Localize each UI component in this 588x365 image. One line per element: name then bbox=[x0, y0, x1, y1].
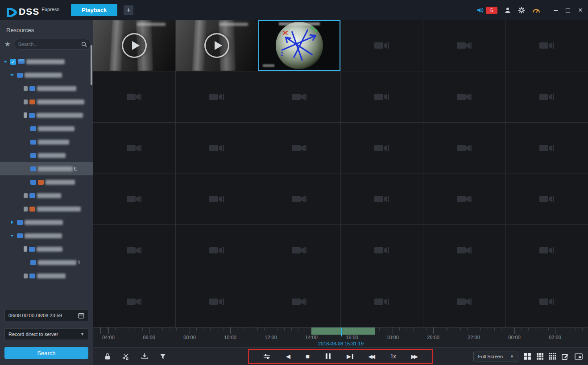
video-cell-empty[interactable] bbox=[341, 123, 423, 174]
custom-layout-button[interactable] bbox=[562, 353, 569, 360]
tree-item[interactable] bbox=[0, 108, 93, 122]
expand-arrow-icon[interactable] bbox=[10, 220, 16, 225]
expand-arrow-icon[interactable] bbox=[10, 233, 16, 238]
video-cell-empty[interactable] bbox=[93, 276, 175, 327]
tree-item[interactable] bbox=[0, 229, 93, 242]
video-cell-empty[interactable] bbox=[93, 174, 175, 225]
video-cell-empty[interactable] bbox=[506, 276, 588, 327]
video-cell-empty[interactable] bbox=[506, 225, 588, 276]
close-button[interactable]: × bbox=[578, 7, 583, 13]
layout-3x3-button[interactable] bbox=[537, 353, 543, 360]
video-cell-empty[interactable] bbox=[258, 276, 340, 327]
video-cell-empty[interactable] bbox=[506, 123, 588, 174]
previous-frame-button[interactable]: ◀ bbox=[286, 353, 290, 360]
video-cell-empty[interactable] bbox=[423, 276, 505, 327]
video-cell-empty[interactable] bbox=[176, 174, 258, 225]
video-cell-empty[interactable] bbox=[176, 123, 258, 174]
minimize-button[interactable]: – bbox=[554, 8, 558, 12]
video-cell-empty[interactable] bbox=[423, 20, 505, 71]
calendar-icon[interactable] bbox=[78, 312, 84, 319]
fullscreen-select[interactable]: Full Screen ▼ bbox=[473, 352, 518, 361]
play-button[interactable] bbox=[204, 33, 229, 58]
performance-button[interactable] bbox=[532, 7, 540, 13]
search-input[interactable] bbox=[18, 41, 81, 47]
video-cell-empty[interactable] bbox=[176, 225, 258, 276]
video-cell[interactable] bbox=[176, 20, 258, 71]
tree-item[interactable] bbox=[0, 149, 93, 162]
download-button[interactable] bbox=[141, 353, 148, 360]
tab-playback[interactable]: Playback bbox=[71, 4, 117, 16]
tree-item[interactable] bbox=[0, 216, 93, 229]
video-cell-empty[interactable] bbox=[176, 71, 258, 122]
clip-button[interactable] bbox=[122, 353, 129, 360]
alarm-center-button[interactable]: 5 bbox=[476, 7, 497, 14]
device-icon bbox=[30, 140, 36, 145]
timeline[interactable]: 04:0006:0008:0010:0012:0014:0016:0018:00… bbox=[93, 327, 588, 347]
tree-item[interactable] bbox=[0, 202, 93, 216]
expand-arrow-icon[interactable] bbox=[10, 72, 16, 78]
video-cell-empty[interactable] bbox=[423, 123, 505, 174]
layout-2x2-button[interactable] bbox=[524, 353, 531, 360]
video-cell-empty[interactable] bbox=[258, 71, 340, 122]
settings-button[interactable] bbox=[518, 7, 525, 14]
video-cell-empty[interactable] bbox=[258, 123, 340, 174]
tree-item[interactable] bbox=[0, 135, 93, 149]
maximize-button[interactable] bbox=[566, 8, 570, 12]
search-button[interactable]: Search bbox=[4, 347, 88, 359]
tree-item[interactable] bbox=[0, 242, 93, 256]
recorded-segment[interactable] bbox=[311, 328, 375, 335]
date-range-field[interactable]: 08/08 00:00-08/08 23:59 bbox=[4, 310, 88, 321]
tree-item[interactable] bbox=[0, 82, 93, 95]
video-cell-empty[interactable] bbox=[258, 225, 340, 276]
video-cell-empty[interactable] bbox=[423, 225, 505, 276]
lock-button[interactable] bbox=[104, 353, 111, 360]
video-cell-empty[interactable] bbox=[176, 276, 258, 327]
favorites-icon[interactable]: ★ bbox=[4, 40, 10, 48]
record-source-select[interactable]: Record direct to server ▼ bbox=[4, 328, 88, 340]
add-tab-button[interactable]: + bbox=[124, 5, 133, 15]
sidebar-scrollbar[interactable] bbox=[90, 41, 93, 131]
tree-item[interactable] bbox=[0, 95, 93, 108]
video-cell-empty[interactable] bbox=[258, 174, 340, 225]
timeline-tick-label: 22:00 bbox=[468, 335, 480, 340]
tree-item[interactable]: 1 bbox=[0, 256, 93, 269]
user-button[interactable] bbox=[505, 7, 511, 13]
video-cell-empty[interactable] bbox=[506, 71, 588, 122]
video-cell-empty[interactable] bbox=[341, 174, 423, 225]
video-cell-empty[interactable] bbox=[423, 174, 505, 225]
checkbox-checked[interactable]: ✓ bbox=[10, 59, 16, 65]
video-cell-empty[interactable] bbox=[341, 276, 423, 327]
speed-label[interactable]: 1x bbox=[390, 353, 396, 360]
video-cell-empty[interactable] bbox=[93, 225, 175, 276]
search-icon[interactable] bbox=[81, 41, 87, 47]
tree-item[interactable] bbox=[0, 269, 93, 282]
tree-item[interactable] bbox=[0, 122, 93, 135]
video-cell-empty[interactable] bbox=[506, 20, 588, 71]
video-cell[interactable] bbox=[93, 20, 175, 71]
speed-up-button[interactable]: ▶▶ bbox=[411, 353, 418, 360]
layout-4x4-button[interactable] bbox=[549, 353, 556, 360]
tree-item[interactable] bbox=[0, 68, 93, 82]
next-frame-button[interactable]: ▶ bbox=[347, 353, 353, 360]
video-cell-empty[interactable] bbox=[341, 20, 423, 71]
video-cell-empty[interactable] bbox=[423, 71, 505, 122]
video-cell-empty[interactable] bbox=[341, 71, 423, 122]
tree-item[interactable] bbox=[0, 175, 93, 189]
pip-view-button[interactable] bbox=[575, 353, 583, 360]
tree-item[interactable]: E bbox=[0, 162, 93, 175]
play-button[interactable] bbox=[122, 33, 147, 58]
tree-item[interactable] bbox=[0, 189, 93, 202]
video-cell-empty[interactable] bbox=[506, 174, 588, 225]
expand-arrow-icon[interactable] bbox=[4, 59, 9, 64]
filter-button[interactable] bbox=[160, 353, 166, 360]
sync-playback-button[interactable] bbox=[263, 353, 271, 360]
stop-button[interactable]: ■ bbox=[306, 353, 310, 360]
search-box[interactable] bbox=[14, 39, 91, 50]
video-cell-empty[interactable] bbox=[93, 71, 175, 122]
video-cell-selected[interactable]: 2 bbox=[258, 20, 340, 71]
video-cell-empty[interactable] bbox=[93, 123, 175, 174]
tree-item[interactable]: ✓ bbox=[0, 55, 93, 68]
slow-down-button[interactable]: ◀◀ bbox=[368, 353, 375, 360]
pause-button[interactable] bbox=[325, 353, 331, 359]
video-cell-empty[interactable] bbox=[341, 225, 423, 276]
